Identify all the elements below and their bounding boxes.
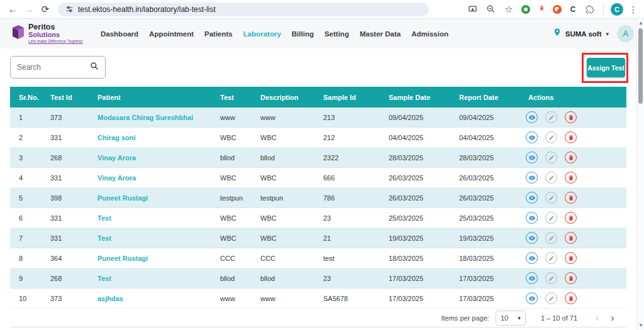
nav-item-master-data[interactable]: Master Data: [360, 30, 401, 38]
cell-description: bllod: [252, 154, 314, 162]
delete-icon[interactable]: [565, 252, 577, 264]
extensions-puzzle-icon[interactable]: [584, 3, 596, 16]
edit-icon[interactable]: [545, 172, 557, 184]
patient-link[interactable]: asjhdas: [89, 295, 211, 302]
view-icon[interactable]: [526, 151, 538, 163]
edit-icon[interactable]: [545, 272, 557, 284]
edit-icon[interactable]: [545, 192, 557, 204]
delete-icon[interactable]: [565, 232, 577, 244]
delete-icon[interactable]: [565, 272, 577, 284]
row-actions: [519, 232, 626, 244]
patient-link[interactable]: Vinay Arora: [89, 174, 211, 182]
nav-item-admission[interactable]: Admission: [411, 30, 448, 38]
user-avatar[interactable]: A: [617, 25, 634, 42]
cell-test: WBC: [211, 214, 252, 222]
delete-icon[interactable]: [565, 292, 577, 304]
browser-forward-icon: →: [21, 2, 36, 17]
cell-sample-id: 213: [314, 114, 380, 121]
nav-item-patients[interactable]: Patients: [204, 30, 233, 38]
location-caret-icon[interactable]: ▾: [606, 31, 609, 37]
cell-sample-date: 09/04/2025: [380, 114, 450, 121]
save-to-device-icon[interactable]: [466, 3, 479, 16]
patient-link[interactable]: Test: [89, 275, 211, 282]
cell-sr-no: 6: [10, 214, 42, 222]
bookmark-star-icon[interactable]: ☆: [502, 3, 515, 16]
edit-icon[interactable]: [545, 292, 557, 304]
view-icon[interactable]: [526, 192, 538, 204]
delete-icon[interactable]: [565, 111, 577, 123]
cell-test: testpun: [211, 194, 252, 202]
edit-icon[interactable]: [545, 232, 557, 244]
view-icon[interactable]: [526, 232, 538, 244]
extension-rocket-icon[interactable]: [536, 4, 547, 14]
delete-icon[interactable]: [565, 212, 577, 224]
items-per-page-label: Items per page:: [441, 314, 489, 322]
edit-icon[interactable]: [545, 151, 557, 163]
cell-report-date: 18/03/2025: [450, 255, 519, 262]
view-icon[interactable]: [526, 272, 538, 284]
search-input[interactable]: [17, 63, 90, 72]
cell-description: CCC: [252, 255, 314, 262]
view-icon[interactable]: [526, 212, 538, 224]
nav-item-appointment[interactable]: Appointment: [149, 30, 194, 38]
nav-item-dashboard[interactable]: Dashboard: [101, 30, 138, 38]
delete-icon[interactable]: [565, 131, 577, 143]
cell-test: WBC: [211, 134, 252, 141]
patient-link[interactable]: Modasara Chirag Sureshbhai: [89, 114, 211, 121]
delete-icon[interactable]: [565, 172, 577, 184]
nav-item-billing[interactable]: Billing: [292, 30, 314, 38]
logo[interactable]: Peritos Solutions Lets make Difference T…: [10, 23, 91, 43]
scroll-down-icon[interactable]: ▼: [637, 322, 644, 328]
edit-icon[interactable]: [545, 252, 557, 264]
assign-test-button[interactable]: Assign Test: [587, 58, 625, 77]
patient-link[interactable]: Puneet Rustagi: [89, 255, 211, 262]
nav-item-setting[interactable]: Setting: [325, 30, 349, 38]
nav-item-laboratory[interactable]: Laboratory: [243, 30, 281, 38]
browser-back-icon[interactable]: ←: [5, 2, 20, 17]
extension-orange-icon[interactable]: [552, 4, 562, 14]
browser-profile-avatar[interactable]: C: [611, 3, 623, 16]
cell-sample-id: 212: [314, 134, 380, 141]
edit-icon[interactable]: [545, 212, 557, 224]
items-per-page-select[interactable]: 10 ▾: [496, 311, 526, 326]
location-selector[interactable]: SUMA soft: [565, 30, 602, 38]
patient-link[interactable]: Test: [89, 234, 211, 242]
address-bar[interactable]: test.ektos-health.in/laboratory/lab-test…: [58, 3, 429, 16]
browser-reload-icon[interactable]: ⟳: [38, 2, 53, 17]
column-header-description: Description: [252, 94, 314, 101]
site-settings-icon[interactable]: [65, 3, 74, 16]
search-icon[interactable]: [90, 62, 99, 73]
patient-link[interactable]: Chirag soni: [89, 134, 211, 141]
previous-page-icon[interactable]: ‹: [590, 313, 605, 323]
edit-icon[interactable]: [545, 111, 557, 123]
cell-report-date: 26/03/2025: [450, 174, 519, 182]
row-actions: [519, 252, 626, 264]
search-box[interactable]: [10, 56, 106, 79]
view-icon[interactable]: [526, 252, 538, 264]
extension-green-icon[interactable]: [521, 4, 531, 14]
cell-sr-no: 1: [10, 114, 42, 121]
patient-link[interactable]: Vinay Arora: [89, 154, 211, 162]
patient-link[interactable]: Puneet Rustagi: [89, 194, 211, 202]
view-icon[interactable]: [526, 131, 538, 143]
column-header-actions: Actions: [519, 94, 626, 101]
scrollbar-thumb[interactable]: [638, 28, 643, 104]
patient-link[interactable]: Test: [89, 214, 211, 222]
table-row: 6 331 Test WBC WBC 23 25/03/2025 25/03/2…: [10, 208, 626, 228]
lab-test-table: Sr.No.Test IdPatientTestDescriptionSampl…: [10, 87, 626, 309]
browser-menu-icon[interactable]: ⋮: [629, 4, 638, 14]
cell-sr-no: 2: [10, 134, 42, 141]
edit-icon[interactable]: [545, 131, 557, 143]
row-actions: [519, 151, 626, 163]
vertical-scrollbar[interactable]: ▲ ▼: [636, 19, 644, 330]
cell-sample-date: 19/03/2025: [380, 234, 450, 242]
delete-icon[interactable]: [565, 151, 577, 163]
scroll-up-icon[interactable]: ▲: [637, 20, 644, 26]
next-page-icon[interactable]: ›: [605, 313, 620, 323]
view-icon[interactable]: [526, 292, 538, 304]
delete-icon[interactable]: [565, 192, 577, 204]
extension-clock-icon[interactable]: C: [568, 4, 578, 14]
view-icon[interactable]: [526, 111, 538, 123]
zoom-out-icon[interactable]: [484, 3, 497, 16]
view-icon[interactable]: [526, 172, 538, 184]
